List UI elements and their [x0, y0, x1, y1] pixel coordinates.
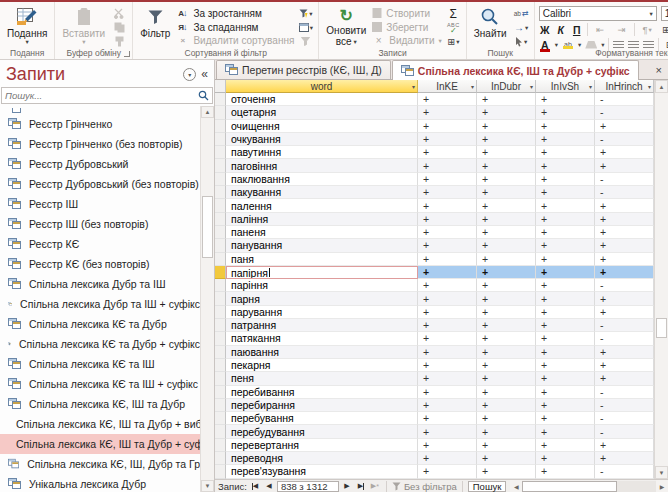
indubr-cell[interactable]: + — [477, 332, 536, 345]
indubr-cell[interactable]: + — [477, 386, 536, 399]
inhrinch-cell[interactable]: + — [595, 306, 654, 319]
inivsh-cell[interactable]: + — [536, 292, 595, 305]
indubr-cell[interactable]: + — [477, 106, 536, 119]
sidebar-query-item[interactable]: Спільна лексика КЄ, ІШ та Дубр + вибір — [0, 414, 200, 434]
inhrinch-cell[interactable]: - — [595, 279, 654, 292]
word-cell[interactable]: паговіння — [226, 159, 418, 172]
inivsh-cell[interactable]: + — [536, 346, 595, 359]
inhrinch-cell[interactable]: + — [595, 439, 654, 452]
font-name-select[interactable]: Calibri▾ — [539, 6, 657, 21]
inivsh-cell[interactable]: + — [536, 226, 595, 239]
inhrinch-cell[interactable]: - — [595, 186, 654, 199]
refresh-all-button[interactable]: ↻ Оновити все▾ — [323, 4, 369, 47]
word-cell[interactable]: панування — [226, 239, 418, 252]
word-cell[interactable]: перев'язування — [226, 465, 418, 478]
inke-cell[interactable]: + — [418, 239, 477, 252]
inivsh-cell[interactable]: + — [536, 319, 595, 332]
paste-button[interactable]: Вставити ▾ — [59, 4, 108, 47]
inke-cell[interactable]: + — [418, 412, 477, 425]
dialog-launcher-icon[interactable] — [124, 51, 130, 57]
record-selector[interactable] — [215, 146, 226, 159]
scroll-right-button[interactable]: ▶ — [656, 480, 668, 492]
inhrinch-cell[interactable]: - — [595, 319, 654, 332]
word-cell[interactable]: парування — [226, 306, 418, 319]
inhrinch-cell[interactable]: + — [595, 253, 654, 266]
inhrinch-cell[interactable]: - — [595, 425, 654, 438]
record-selector[interactable] — [215, 173, 226, 186]
inke-cell[interactable]: + — [418, 306, 477, 319]
nav-item-partial[interactable] — [0, 106, 200, 114]
inke-cell[interactable]: + — [418, 279, 477, 292]
select-button[interactable]: ▾ — [513, 36, 530, 47]
inivsh-cell[interactable]: + — [536, 186, 595, 199]
text-direction-button[interactable]: ¶▾ — [639, 24, 656, 36]
sidebar-query-item[interactable]: Реєстр КЄ — [0, 234, 200, 254]
inhrinch-cell[interactable]: - — [595, 412, 654, 425]
indubr-cell[interactable]: + — [477, 465, 536, 478]
record-selector[interactable] — [215, 319, 226, 332]
column-dropdown-icon[interactable]: ▾ — [648, 83, 651, 90]
word-cell[interactable]: переводня — [226, 452, 418, 465]
inhrinch-cell[interactable]: + — [595, 372, 654, 385]
column-dropdown-icon[interactable]: ▾ — [471, 83, 474, 90]
inivsh-cell[interactable]: + — [536, 439, 595, 452]
inivsh-cell[interactable]: + — [536, 213, 595, 226]
filter-options-button[interactable]: ▾ — [297, 8, 314, 19]
record-selector[interactable] — [215, 292, 226, 305]
inke-cell[interactable]: + — [418, 213, 477, 226]
inivsh-cell[interactable]: + — [536, 306, 595, 319]
totals-button[interactable]: Σ — [445, 8, 462, 20]
record-selector[interactable] — [215, 412, 226, 425]
word-cell[interactable]: перевертання — [226, 439, 418, 452]
inke-cell[interactable]: + — [418, 359, 477, 372]
inke-cell[interactable]: + — [418, 106, 477, 119]
more-records-button[interactable]: ⊞▾ — [445, 36, 462, 47]
indubr-cell[interactable]: + — [477, 213, 536, 226]
new-record-button[interactable]: ▶* — [369, 481, 381, 492]
select-all-corner[interactable] — [215, 80, 226, 93]
format-painter-button[interactable] — [111, 36, 128, 47]
sidebar-query-item[interactable]: Реєстр Дубровський — [0, 154, 200, 174]
sidebar-query-item[interactable]: Спільна лексика Дубр та ІШ — [0, 274, 200, 294]
cut-button[interactable] — [111, 8, 128, 19]
filter-button[interactable]: Фільтр — [137, 4, 173, 47]
indubr-cell[interactable]: + — [477, 412, 536, 425]
previous-record-button[interactable]: ◀ — [263, 481, 275, 492]
word-cell[interactable]: пакування — [226, 186, 418, 199]
inivsh-cell[interactable]: + — [536, 239, 595, 252]
nav-pane-menu-button[interactable]: ▾ — [183, 68, 196, 81]
word-cell[interactable]: паріння — [226, 279, 418, 292]
sidebar-query-item[interactable]: Унікальна лексика Дубр — [0, 474, 200, 492]
indubr-cell[interactable]: + — [477, 372, 536, 385]
sidebar-query-item[interactable]: Спільна лексика КЄ та ІШ + суфікс — [0, 374, 200, 394]
record-selector[interactable] — [215, 159, 226, 172]
replace-button[interactable]: ab ⇄ — [513, 8, 530, 19]
inivsh-cell[interactable]: + — [536, 266, 595, 279]
column-header[interactable]: InKE ▾ — [418, 80, 477, 93]
scrollbar-thumb[interactable] — [522, 481, 617, 492]
indubr-cell[interactable]: + — [477, 133, 536, 146]
inke-cell[interactable]: + — [418, 173, 477, 186]
inke-cell[interactable]: + — [418, 425, 477, 438]
goto-button[interactable]: → ▾ — [513, 22, 530, 33]
record-selector[interactable] — [215, 93, 226, 106]
inivsh-cell[interactable]: + — [536, 106, 595, 119]
word-cell[interactable]: павутиння — [226, 146, 418, 159]
document-tab[interactable]: Спільна лексика КЄ, ІШ та Дубр + суфікс — [392, 60, 639, 80]
word-cell[interactable]: паклювання — [226, 173, 418, 186]
remove-sort-button[interactable]: × Видалити сортування — [176, 34, 294, 47]
word-cell[interactable]: палення — [226, 199, 418, 212]
inke-cell[interactable]: + — [418, 186, 477, 199]
indubr-cell[interactable]: + — [477, 439, 536, 452]
horizontal-scrollbar[interactable]: ◀ ▶ — [510, 480, 668, 493]
word-cell[interactable]: перебудування — [226, 425, 418, 438]
sidebar-query-item[interactable]: Реєстр КЄ (без повторів) — [0, 254, 200, 274]
sidebar-query-item[interactable]: Реєстр Грінченко (без повторів) — [0, 134, 200, 154]
sidebar-query-item[interactable]: Реєстр ІШ (без повторів) — [0, 214, 200, 234]
indubr-cell[interactable]: + — [477, 306, 536, 319]
inivsh-cell[interactable]: + — [536, 465, 595, 478]
scroll-up-button[interactable]: ▲ — [201, 106, 214, 118]
inhrinch-cell[interactable]: + — [595, 266, 654, 279]
word-cell[interactable]: пекарня — [226, 359, 418, 372]
inhrinch-cell[interactable]: + — [595, 346, 654, 359]
